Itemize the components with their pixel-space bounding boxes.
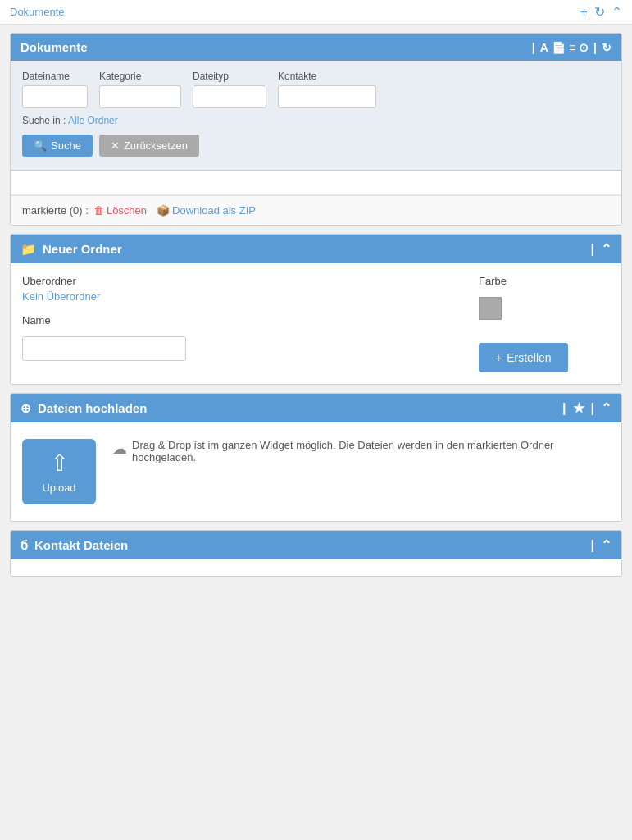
header-divider6: | bbox=[591, 538, 594, 553]
kontakt-header-left: ϭ Kontakt Dateien bbox=[20, 538, 128, 553]
filter-row: Dateiname Kategorie Dateityp Kontakte bbox=[22, 71, 610, 108]
header-divider5: | bbox=[591, 401, 594, 416]
refresh-doc-icon[interactable]: ↻ bbox=[602, 41, 612, 54]
results-area bbox=[11, 171, 621, 195]
dokumente-widget: Dokumente | A 📄 ≡ ⊙ | ↻ Dateiname Katego… bbox=[10, 33, 622, 226]
collapse-icon[interactable]: ⌃ bbox=[612, 4, 622, 20]
font-icon[interactable]: A bbox=[540, 41, 548, 54]
cloud-icon: ☁ bbox=[112, 440, 127, 458]
zip-icon: 📦 bbox=[157, 204, 170, 217]
top-bar-title: Dokumente bbox=[10, 6, 64, 18]
kontakt-widget: ϭ Kontakt Dateien | ⌃ bbox=[10, 530, 622, 577]
ordner-body: Überordner Kein Überordner Name Farbe + … bbox=[11, 263, 621, 384]
download-zip-button[interactable]: 📦 Download als ZIP bbox=[157, 204, 256, 217]
upload-button[interactable]: ⇧ Upload bbox=[22, 439, 96, 504]
color-picker[interactable] bbox=[479, 297, 502, 320]
dateiname-field: Dateiname bbox=[22, 71, 88, 108]
dokumente-header-left: Dokumente bbox=[20, 40, 88, 54]
upload-desc-text: Drag & Drop ist im ganzen Widget möglich… bbox=[132, 439, 610, 463]
search-in-link[interactable]: Alle Ordner bbox=[68, 115, 118, 126]
kontakte-label: Kontakte bbox=[278, 71, 376, 82]
upload-arrow-icon: ⇧ bbox=[50, 450, 69, 477]
name-label: Name bbox=[22, 314, 446, 326]
kontakt-title: Kontakt Dateien bbox=[34, 538, 128, 552]
upload-description: ☁ Drag & Drop ist im ganzen Widget mögli… bbox=[112, 439, 610, 463]
dateityp-field: Dateityp bbox=[193, 71, 266, 108]
dateityp-label: Dateityp bbox=[193, 71, 266, 82]
collapse-upload-icon[interactable]: ⌃ bbox=[601, 400, 612, 416]
kontakte-input[interactable] bbox=[278, 85, 376, 108]
upload-header-right: | ★ | ⌃ bbox=[561, 400, 612, 416]
ordner-row: Überordner Kein Überordner Name Farbe + … bbox=[22, 275, 610, 372]
kategorie-field: Kategorie bbox=[99, 71, 181, 108]
top-bar: Dokumente + ↻ ⌃ bbox=[0, 0, 632, 25]
plus-icon: + bbox=[495, 351, 502, 364]
name-input[interactable] bbox=[22, 336, 186, 361]
kontakte-field: Kontakte bbox=[278, 71, 376, 108]
list-icon[interactable]: ≡ bbox=[569, 41, 575, 54]
download-label: Download als ZIP bbox=[172, 204, 256, 217]
upload-label: Upload bbox=[42, 482, 75, 494]
reset-button-label: Zurücksetzen bbox=[124, 139, 188, 152]
neuer-ordner-header-left: 📁 Neuer Ordner bbox=[20, 242, 122, 257]
filter-section: Dateiname Kategorie Dateityp Kontakte Su… bbox=[11, 61, 621, 171]
dokumente-header: Dokumente | A 📄 ≡ ⊙ | ↻ bbox=[11, 34, 621, 61]
ueberordner-label: Überordner bbox=[22, 275, 446, 287]
kategorie-input[interactable] bbox=[99, 85, 181, 108]
filter-buttons: 🔍 Suche ✕ Zurücksetzen bbox=[22, 135, 610, 157]
reset-button[interactable]: ✕ Zurücksetzen bbox=[99, 135, 199, 157]
dateityp-input[interactable] bbox=[193, 85, 266, 108]
neuer-ordner-title: Neuer Ordner bbox=[43, 242, 122, 256]
folder-icon: 📁 bbox=[20, 242, 36, 257]
upload-header-left: ⊕ Dateien hochladen bbox=[20, 401, 147, 416]
kategorie-label: Kategorie bbox=[99, 71, 181, 82]
neuer-ordner-header-right: | ⌃ bbox=[589, 241, 612, 257]
kontakt-header: ϭ Kontakt Dateien | ⌃ bbox=[11, 531, 621, 559]
upload-header: ⊕ Dateien hochladen | ★ | ⌃ bbox=[11, 394, 621, 422]
collapse-ordner-icon[interactable]: ⌃ bbox=[601, 241, 612, 257]
kontakt-icon: ϭ bbox=[20, 538, 28, 553]
search-button[interactable]: 🔍 Suche bbox=[22, 135, 93, 157]
dateiname-label: Dateiname bbox=[22, 71, 88, 82]
file-icon[interactable]: 📄 bbox=[552, 41, 566, 54]
search-in: Suche in : Alle Ordner bbox=[22, 115, 610, 126]
ordner-right: Farbe + Erstellen bbox=[479, 275, 610, 372]
dokumente-header-right: | A 📄 ≡ ⊙ | ↻ bbox=[530, 41, 612, 54]
dateiname-input[interactable] bbox=[22, 85, 88, 108]
star-icon[interactable]: ★ bbox=[573, 400, 584, 416]
upload-title: Dateien hochladen bbox=[38, 401, 147, 415]
upload-widget: ⊕ Dateien hochladen | ★ | ⌃ ⇧ Upload ☁ D… bbox=[10, 393, 622, 522]
dokumente-title: Dokumente bbox=[20, 40, 88, 54]
trash-icon: 🗑 bbox=[93, 204, 104, 217]
header-divider4: | bbox=[562, 401, 566, 416]
erstellen-button[interactable]: + Erstellen bbox=[479, 343, 568, 372]
upload-header-icon: ⊕ bbox=[20, 401, 31, 416]
delete-label: Löschen bbox=[107, 204, 147, 217]
add-icon[interactable]: + bbox=[580, 5, 588, 20]
header-divider2: | bbox=[593, 41, 597, 54]
times-icon: ✕ bbox=[111, 139, 120, 152]
collapse-kontakt-icon[interactable]: ⌃ bbox=[601, 537, 612, 553]
marked-label: markierte (0) : bbox=[22, 204, 89, 217]
neuer-ordner-widget: 📁 Neuer Ordner | ⌃ Überordner Kein Übero… bbox=[10, 234, 622, 385]
header-divider3: | bbox=[591, 242, 594, 257]
refresh-icon[interactable]: ↻ bbox=[594, 4, 605, 20]
upload-body: ⇧ Upload ☁ Drag & Drop ist im ganzen Wid… bbox=[11, 422, 621, 521]
clock-icon[interactable]: ⊙ bbox=[579, 41, 589, 54]
top-bar-icons: + ↻ ⌃ bbox=[580, 4, 622, 20]
kontakt-header-right: | ⌃ bbox=[589, 537, 612, 553]
erstellen-label: Erstellen bbox=[507, 351, 551, 364]
search-in-label: Suche in : bbox=[22, 115, 66, 126]
neuer-ordner-header: 📁 Neuer Ordner | ⌃ bbox=[11, 235, 621, 263]
search-icon: 🔍 bbox=[34, 139, 47, 152]
farbe-label: Farbe bbox=[479, 275, 507, 287]
ordner-left: Überordner Kein Überordner Name bbox=[22, 275, 446, 372]
search-button-label: Suche bbox=[51, 139, 81, 152]
header-divider: | bbox=[532, 41, 535, 54]
marked-row: markierte (0) : 🗑 Löschen 📦 Download als… bbox=[11, 195, 621, 225]
main-content: Dokumente | A 📄 ≡ ⊙ | ↻ Dateiname Katego… bbox=[0, 25, 632, 585]
kein-ueberordner-link[interactable]: Kein Überordner bbox=[22, 290, 100, 303]
kontakt-body bbox=[11, 559, 621, 576]
delete-button[interactable]: 🗑 Löschen bbox=[93, 204, 147, 217]
